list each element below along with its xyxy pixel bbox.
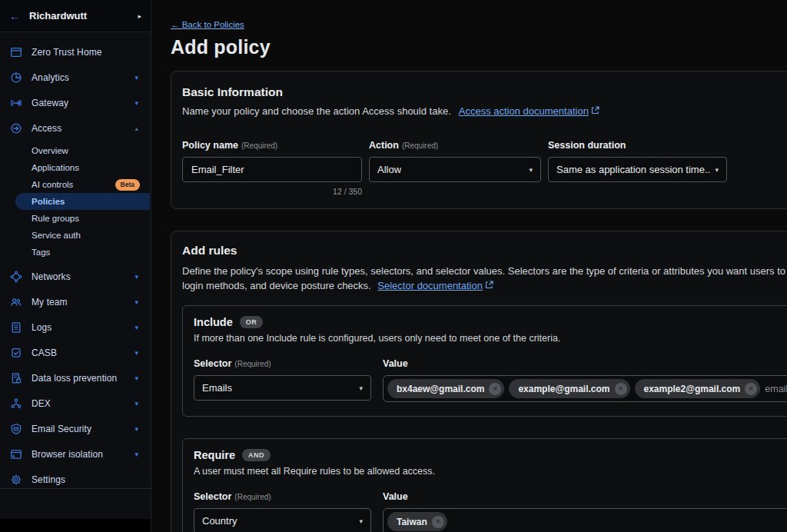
character-counter: 12 / 350 — [182, 187, 362, 196]
beta-badge: Beta — [115, 179, 140, 191]
back-to-policies-link[interactable]: ← Back to Policies — [171, 20, 244, 29]
chevron-down-icon: ▾ — [134, 324, 141, 331]
access-icon — [10, 121, 23, 135]
session-duration-label: Session duration — [548, 140, 727, 151]
selector-doc-link[interactable]: Selector documentation — [377, 280, 483, 291]
back-arrow-icon[interactable]: ← — [9, 9, 28, 22]
include-value-field[interactable]: bx4aew@gmail.com×example@gmail.com×examp… — [383, 375, 787, 402]
casb-icon — [10, 346, 23, 359]
gateway-icon — [10, 96, 23, 109]
require-selector-select[interactable]: Country▾ — [194, 508, 371, 532]
chevron-down-icon: ▾ — [134, 74, 141, 81]
sidebar-footer — [0, 488, 151, 519]
chevron-up-icon: ▴ — [134, 125, 141, 132]
subitem-label: Applications — [32, 163, 79, 172]
sidebar-subitem-tags[interactable]: Tags — [0, 244, 151, 261]
chip-label: Taiwan — [397, 517, 427, 527]
access-submenu: OverviewApplicationsAI controlsBetaPolic… — [0, 141, 151, 264]
team-icon — [10, 295, 23, 308]
chevron-down-icon: ▾ — [134, 273, 141, 281]
sidebar-item-label: Zero Trust Home — [32, 47, 141, 58]
chevron-down-icon: ▾ — [359, 384, 363, 392]
value-chip: Taiwan× — [387, 512, 447, 531]
sidebar-item-label: Logs — [32, 322, 134, 333]
sidebar-subitem-service-auth[interactable]: Service auth — [0, 227, 151, 244]
sidebar-item-logs[interactable]: Logs▾ — [0, 314, 151, 340]
require-title: Require — [194, 449, 235, 461]
email-security-icon — [10, 422, 23, 435]
sidebar-subitem-ai-controls[interactable]: AI controlsBeta — [0, 176, 151, 193]
analytics-icon — [10, 71, 23, 84]
sidebar-subitem-rule-groups[interactable]: Rule groups — [0, 210, 151, 227]
sidebar-item-email-security[interactable]: Email Security▾ — [0, 416, 151, 441]
sidebar-item-label: CASB — [32, 347, 134, 358]
remove-chip-icon[interactable]: × — [432, 516, 444, 528]
account-name[interactable]: Richardwutt — [28, 10, 138, 22]
sidebar-item-networks[interactable]: Networks▾ — [0, 264, 151, 289]
chevron-down-icon: ▾ — [134, 400, 141, 407]
add-rules-heading: Add rules — [182, 244, 787, 258]
sidebar-item-zero-trust-home[interactable]: Zero Trust Home — [0, 39, 151, 65]
main-content: ← Back to Policies Add policy Basic Info… — [151, 0, 787, 532]
sidebar-item-gateway[interactable]: Gateway▾ — [0, 90, 151, 115]
require-value-field[interactable]: Taiwan× — [383, 508, 787, 532]
policy-name-label: Policy name(Required) — [182, 140, 362, 151]
chevron-down-icon: ▾ — [134, 425, 141, 433]
subitem-label: AI controls — [32, 180, 73, 189]
sidebar-item-browser-isolation[interactable]: Browser isolation▾ — [0, 441, 151, 467]
include-title: Include — [194, 316, 233, 328]
basic-information-heading: Basic Information — [182, 85, 787, 99]
include-selector-select[interactable]: Emails▾ — [194, 375, 371, 401]
sidebar-item-label: Access — [32, 123, 134, 134]
chip-label: bx4aew@gmail.com — [397, 384, 484, 394]
chevron-down-icon: ▾ — [715, 166, 719, 174]
subitem-label: Rule groups — [32, 214, 79, 223]
external-link-icon — [485, 278, 493, 293]
include-selector-label: Selector(Required) — [194, 358, 371, 369]
session-duration-select[interactable]: Same as application session time...▾ — [548, 157, 727, 182]
add-rules-description: Define the policy's scope using rule typ… — [182, 264, 787, 293]
include-description: If more than one Include rule is configu… — [194, 333, 787, 344]
sidebar-item-data-loss-prevention[interactable]: Data loss prevention▾ — [0, 365, 151, 391]
remove-chip-icon[interactable]: × — [615, 383, 627, 395]
networks-icon — [10, 270, 23, 283]
window-icon — [10, 45, 23, 58]
sidebar-item-dex[interactable]: DEX▾ — [0, 391, 151, 416]
sidebar-item-access[interactable]: Access▴ — [0, 115, 151, 141]
remove-chip-icon[interactable]: × — [489, 383, 501, 395]
sidebar-item-casb[interactable]: CASB▾ — [0, 340, 151, 365]
value-chip: bx4aew@gmail.com× — [387, 379, 504, 398]
sidebar-subitem-policies[interactable]: Policies — [15, 193, 150, 210]
browser-isolation-icon — [10, 447, 23, 461]
sidebar-item-label: DEX — [32, 398, 134, 409]
subitem-label: Tags — [32, 248, 50, 257]
sidebar-nav: Zero Trust HomeAnalytics▾Gateway▾Access▴… — [0, 32, 151, 492]
policy-name-input[interactable] — [182, 157, 362, 182]
sidebar-subitem-overview[interactable]: Overview — [0, 142, 151, 159]
access-action-doc-link[interactable]: Access action documentation — [459, 105, 589, 117]
dex-icon — [10, 397, 23, 410]
sidebar-item-label: Gateway — [32, 98, 134, 108]
sidebar-item-analytics[interactable]: Analytics▾ — [0, 65, 151, 90]
expand-account-icon[interactable]: ▸ — [138, 12, 141, 20]
sidebar-item-label: Email Security — [32, 424, 134, 434]
action-select[interactable]: Allow▾ — [369, 157, 541, 182]
remove-chip-icon[interactable]: × — [745, 383, 757, 395]
include-rule-box: Include OR If more than one Include rule… — [182, 305, 787, 417]
sidebar-item-label: Settings — [32, 474, 141, 485]
chevron-down-icon: ▾ — [134, 298, 141, 306]
basic-information-card: Basic Information Name your policy and c… — [171, 71, 787, 209]
sidebar-item-label: Browser isolation — [32, 449, 134, 460]
chevron-down-icon: ▾ — [529, 166, 533, 174]
sidebar-item-label: Analytics — [32, 72, 134, 83]
value-chip: example@gmail.com× — [509, 379, 629, 398]
value-input[interactable] — [765, 384, 787, 394]
sidebar-item-label: Data loss prevention — [32, 373, 134, 384]
value-chip: example2@gmail.com× — [635, 379, 761, 398]
sidebar-subitem-applications[interactable]: Applications — [0, 159, 151, 176]
sidebar-bottom-strip — [0, 519, 151, 532]
logs-icon — [10, 321, 23, 334]
sidebar-item-my-team[interactable]: My team▾ — [0, 289, 151, 314]
require-rule-box: Require AND A user must meet all Require… — [182, 438, 787, 532]
page-title: Add policy — [171, 36, 787, 58]
